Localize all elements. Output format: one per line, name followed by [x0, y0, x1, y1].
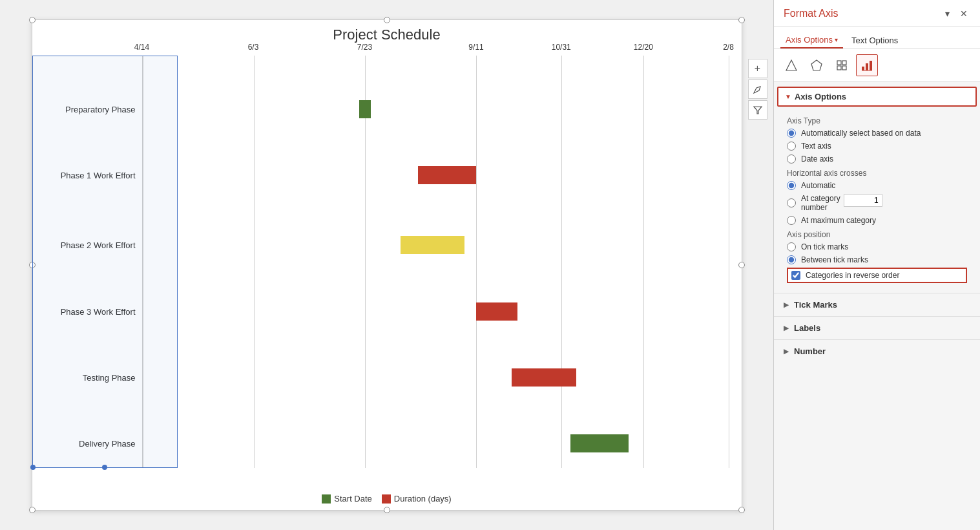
- radio-text[interactable]: Text axis: [787, 142, 967, 151]
- radio-date-input[interactable]: [787, 154, 796, 164]
- y-label-5: Delivery Phase: [36, 438, 136, 448]
- bar-phase2[interactable]: [401, 236, 465, 254]
- legend-start-label: Start Date: [334, 494, 372, 504]
- bar-phase3[interactable]: [476, 302, 517, 321]
- chart-legend: Start Date Duration (days): [32, 494, 742, 504]
- axis-position-radio-group: On tick marks Between tick marks: [787, 242, 967, 264]
- radio-between-tick[interactable]: Between tick marks: [787, 255, 967, 264]
- svg-rect-6: [866, 63, 868, 70]
- radio-automatic-input[interactable]: [787, 181, 796, 190]
- grid-line-1: [254, 56, 255, 468]
- labels-section: ▶ Labels: [774, 316, 980, 339]
- number-label: Number: [794, 346, 826, 356]
- handle-top-center[interactable]: [384, 17, 390, 23]
- axis-options-label: Axis Options: [795, 92, 846, 101]
- handle-bottom-center[interactable]: [384, 507, 390, 513]
- radio-date[interactable]: Date axis: [787, 154, 967, 164]
- grid-line-3: [476, 56, 477, 468]
- legend-duration-label: Duration (days): [394, 494, 452, 504]
- radio-automatic[interactable]: Automatic: [787, 181, 967, 190]
- format-axis-panel: Format Axis ▾ ✕ Axis Options ▾ Text Opti…: [773, 0, 980, 530]
- grid-line-6: [729, 56, 729, 468]
- tick-marks-label: Tick Marks: [794, 300, 837, 310]
- axis-type-radio-group: Automatically select based on data Text …: [787, 129, 967, 164]
- x-label-4: 10/31: [552, 43, 571, 52]
- tick-marks-section: ▶ Tick Marks: [774, 293, 980, 316]
- handle-top-right[interactable]: [738, 17, 745, 23]
- labels-arrow: ▶: [784, 324, 789, 332]
- svg-rect-3: [837, 66, 841, 70]
- legend-color-start: [322, 494, 331, 504]
- handle-top-left[interactable]: [29, 17, 36, 23]
- radio-text-label: Text axis: [801, 142, 831, 151]
- svg-marker-0: [811, 60, 822, 70]
- tick-marks-header[interactable]: ▶ Tick Marks: [774, 293, 980, 316]
- radio-on-tick-input[interactable]: [787, 242, 796, 251]
- radio-auto[interactable]: Automatically select based on data: [787, 129, 967, 138]
- add-element-button[interactable]: +: [748, 59, 767, 78]
- radio-max-category[interactable]: At maximum category: [787, 216, 967, 225]
- bar-preparatory[interactable]: [359, 100, 371, 118]
- bar-phase1[interactable]: [418, 166, 477, 184]
- bar-testing[interactable]: [512, 368, 576, 387]
- x-axis-labels: 4/14 6/3 7/23 9/11 10/31 12/20 2/8: [142, 43, 729, 56]
- handle-middle-right[interactable]: [738, 262, 745, 268]
- radio-between-tick-input[interactable]: [787, 255, 796, 264]
- radio-date-label: Date axis: [801, 154, 833, 164]
- number-section: ▶ Number: [774, 339, 980, 363]
- radio-on-tick-label: On tick marks: [801, 242, 848, 251]
- fill-icon-btn[interactable]: [780, 54, 802, 76]
- svg-rect-1: [837, 61, 841, 65]
- radio-auto-input[interactable]: [787, 129, 796, 138]
- axis-position-label: Axis position: [787, 230, 967, 239]
- x-label-1: 6/3: [248, 43, 259, 52]
- legend-start-date: Start Date: [322, 494, 372, 504]
- tab-text-options[interactable]: Text Options: [846, 33, 903, 48]
- x-label-0: 4/14: [134, 43, 149, 52]
- chart-toolbar: +: [748, 59, 767, 120]
- radio-category[interactable]: At categorynumber: [787, 194, 840, 212]
- svg-rect-7: [870, 61, 872, 70]
- tab-axis-options[interactable]: Axis Options ▾: [780, 32, 843, 48]
- handle-bottom-left[interactable]: [29, 507, 36, 513]
- y-label-4: Testing Phase: [36, 372, 136, 382]
- axis-options-section-header[interactable]: ▼ Axis Options: [777, 87, 977, 107]
- chart-container[interactable]: Project Schedule 4/14 6/3 7/23 9/11 10/3…: [32, 19, 742, 511]
- radio-category-label: At categorynumber: [801, 194, 840, 212]
- x-label-2: 7/23: [357, 43, 372, 52]
- radio-max-input[interactable]: [787, 216, 796, 225]
- category-number-input[interactable]: [844, 194, 882, 207]
- filter-button[interactable]: [748, 100, 767, 120]
- handle-bottom-right[interactable]: [738, 507, 745, 513]
- bar-chart-icon-btn[interactable]: [856, 54, 878, 76]
- icon-row: [774, 49, 980, 82]
- svg-rect-5: [862, 67, 864, 70]
- grid-line-4: [561, 56, 562, 468]
- tab-text-options-label: Text Options: [851, 36, 898, 45]
- bars-small-icon-btn[interactable]: [831, 54, 853, 76]
- radio-on-tick[interactable]: On tick marks: [787, 242, 967, 251]
- bar-delivery[interactable]: [570, 434, 629, 452]
- paint-button[interactable]: [748, 80, 767, 99]
- categories-reverse-checkbox[interactable]: Categories in reverse order: [787, 268, 967, 283]
- categories-reverse-input[interactable]: [791, 271, 800, 280]
- radio-text-input[interactable]: [787, 142, 796, 151]
- labels-header[interactable]: ▶ Labels: [774, 317, 980, 339]
- haxis-crosses-radio-group: Automatic At categorynumber At maximum c…: [787, 181, 967, 225]
- chart-area: Project Schedule 4/14 6/3 7/23 9/11 10/3…: [0, 0, 773, 530]
- tab-dropdown-icon: ▾: [835, 36, 838, 43]
- radio-max-label: At maximum category: [801, 216, 876, 225]
- svg-rect-4: [842, 66, 846, 70]
- radio-category-input[interactable]: [787, 198, 796, 207]
- legend-duration: Duration (days): [382, 494, 452, 504]
- number-arrow: ▶: [784, 348, 789, 355]
- y-label-2: Phase 2 Work Effort: [36, 240, 136, 250]
- x-label-6: 2/8: [723, 43, 734, 52]
- x-label-3: 9/11: [468, 43, 483, 52]
- chart-title: Project Schedule: [32, 26, 742, 43]
- dropdown-arrow-icon[interactable]: ▾: [943, 7, 952, 20]
- pentagon-icon-btn[interactable]: [806, 54, 828, 76]
- close-icon[interactable]: ✕: [957, 7, 970, 20]
- haxis-crosses-label: Horizontal axis crosses: [787, 169, 967, 178]
- number-header[interactable]: ▶ Number: [774, 340, 980, 363]
